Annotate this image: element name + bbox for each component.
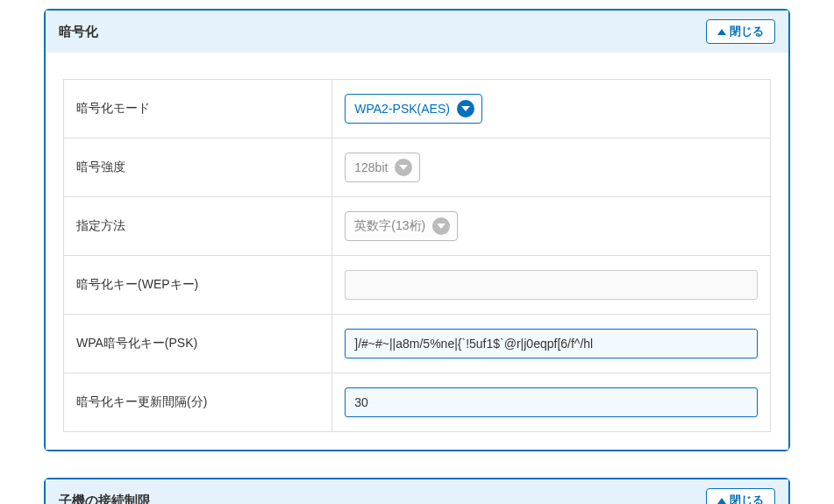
table-row: 指定方法 英数字(13桁) <box>64 197 771 256</box>
client-restriction-panel: 子機の接続制限 閉じる <box>44 478 790 504</box>
wep-key-input <box>345 270 758 300</box>
row-label: 暗号化モード <box>64 80 332 138</box>
panel-header: 子機の接続制限 閉じる <box>46 479 788 504</box>
row-value <box>332 373 771 432</box>
table-row: 暗号化モード WPA2-PSK(AES) <box>64 80 771 138</box>
chevron-down-icon <box>432 217 450 235</box>
chevron-up-icon <box>717 498 726 504</box>
chevron-down-icon <box>395 159 412 176</box>
encryption-strength-select: 128bit <box>345 153 420 182</box>
panel-body: 暗号化モード WPA2-PSK(AES) 暗号強度 128bit <box>46 53 788 450</box>
select-value: 128bit <box>354 160 388 174</box>
wpa-psk-input[interactable] <box>345 329 758 358</box>
row-value: 128bit <box>332 138 771 197</box>
form-table: 暗号化モード WPA2-PSK(AES) 暗号強度 128bit <box>63 79 771 432</box>
table-row: 暗号化キー更新間隔(分) <box>64 373 771 432</box>
encryption-mode-select[interactable]: WPA2-PSK(AES) <box>345 94 482 124</box>
panel-title: 暗号化 <box>59 24 98 40</box>
row-label: 暗号化キー更新間隔(分) <box>64 373 332 432</box>
encryption-panel: 暗号化 閉じる 暗号化モード WPA2-PSK(AES) 暗号強度 <box>44 9 790 451</box>
close-label: 閉じる <box>730 24 764 39</box>
close-button[interactable]: 閉じる <box>706 19 775 44</box>
chevron-down-icon <box>457 100 474 117</box>
table-row: 暗号強度 128bit <box>64 138 771 197</box>
row-label: WPA暗号化キー(PSK) <box>64 315 332 373</box>
panel-header: 暗号化 閉じる <box>46 11 788 53</box>
panel-title: 子機の接続制限 <box>59 493 151 505</box>
close-button[interactable]: 閉じる <box>706 488 775 504</box>
row-value: 英数字(13桁) <box>332 197 771 256</box>
specification-method-select: 英数字(13桁) <box>345 211 458 241</box>
select-value: 英数字(13桁) <box>354 218 425 234</box>
row-value <box>332 256 771 315</box>
row-label: 暗号強度 <box>64 138 332 197</box>
key-update-interval-input[interactable] <box>345 387 758 417</box>
row-value <box>332 315 771 373</box>
chevron-up-icon <box>717 29 726 35</box>
table-row: WPA暗号化キー(PSK) <box>64 315 771 373</box>
select-value: WPA2-PSK(AES) <box>354 102 450 116</box>
row-value: WPA2-PSK(AES) <box>332 80 771 138</box>
row-label: 指定方法 <box>64 197 332 256</box>
row-label: 暗号化キー(WEPキー) <box>64 256 332 315</box>
close-label: 閉じる <box>730 493 764 504</box>
table-row: 暗号化キー(WEPキー) <box>64 256 771 315</box>
